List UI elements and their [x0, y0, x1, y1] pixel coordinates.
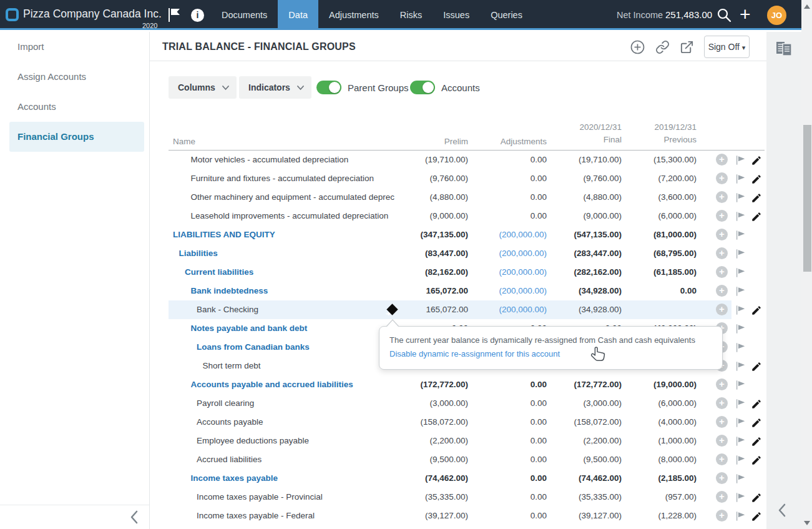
row-add-button[interactable]: +: [716, 416, 728, 428]
scroll-down-arrow-icon[interactable]: [804, 521, 810, 525]
row-flag-icon[interactable]: [735, 510, 746, 529]
documents-panel-icon[interactable]: [775, 39, 793, 61]
add-circle-icon[interactable]: [630, 40, 645, 57]
group-name[interactable]: Loans from Canadian banks: [169, 338, 310, 357]
sign-off-button[interactable]: Sign Off ▾: [704, 36, 750, 58]
search-icon[interactable]: [716, 7, 733, 26]
group-name[interactable]: Liabilities: [169, 244, 218, 263]
row-add-button[interactable]: +: [716, 491, 728, 503]
table-row[interactable]: Current liabilities(82,162.00)(200,000.0…: [169, 263, 765, 282]
account-name: Payroll clearing: [169, 394, 254, 413]
account-name: Accrued liabilities: [169, 450, 262, 469]
row-add-button[interactable]: +: [716, 510, 728, 522]
row-add-button[interactable]: +: [716, 172, 728, 184]
cell-previous: (61,185.00): [603, 263, 697, 282]
app-logo-icon[interactable]: [6, 8, 19, 21]
row-add-button[interactable]: +: [716, 397, 728, 409]
scrollbar-thumb[interactable]: [803, 125, 811, 272]
table-row[interactable]: Leasehold improvements - accumulated dep…: [169, 207, 765, 225]
row-add-button[interactable]: +: [716, 378, 728, 390]
indicators-dropdown-button[interactable]: Indicators: [239, 76, 311, 99]
parent-groups-toggle-label: Parent Groups: [348, 82, 409, 93]
chevron-down-icon: [222, 86, 229, 91]
column-header-previous[interactable]: 2019/12/31Previous: [603, 121, 697, 146]
sidebar-collapse-chevron-icon[interactable]: [128, 509, 142, 528]
nav-item-risks[interactable]: Risks: [389, 0, 433, 30]
nav-item-data[interactable]: Data: [278, 0, 318, 30]
row-add-button[interactable]: +: [716, 154, 728, 166]
cell-previous: (81,000.00): [603, 225, 697, 244]
table-row[interactable]: Accounts payable and accrued liabilities…: [169, 375, 765, 394]
tooltip-arrow: [387, 320, 398, 327]
column-header-name[interactable]: Name: [173, 137, 195, 146]
disable-dynamic-reassignment-link[interactable]: Disable dynamic re-assignment for this a…: [389, 348, 712, 360]
cell-previous: (4,000.00): [603, 413, 697, 432]
sidebar-item-import[interactable]: Import: [9, 32, 144, 62]
add-icon[interactable]: +: [740, 2, 751, 26]
parent-groups-toggle[interactable]: [316, 81, 341, 94]
app-window: Pizza Company Canada Inc. 2020 i Documen…: [0, 0, 812, 529]
group-name[interactable]: Notes payable and bank debt: [169, 319, 307, 338]
vertical-scrollbar[interactable]: [801, 0, 812, 529]
row-add-button[interactable]: +: [716, 191, 728, 203]
row-add-button[interactable]: +: [716, 229, 728, 240]
accounts-toggle-label: Accounts: [441, 82, 480, 93]
sidebar-item-accounts[interactable]: Accounts: [9, 92, 144, 122]
row-add-button[interactable]: +: [716, 453, 728, 465]
table-row[interactable]: Payroll clearing(3,000.00)0.00(3,000.00)…: [169, 394, 765, 413]
cell-previous: (3,600.00): [603, 188, 697, 207]
columns-dropdown-button[interactable]: Columns: [169, 76, 237, 99]
nav-item-issues[interactable]: Issues: [433, 0, 480, 30]
table-row[interactable]: Furniture and fixtures - accumulated dep…: [169, 169, 765, 188]
group-name[interactable]: LIABILITIES AND EQUITY: [169, 225, 275, 244]
table-row[interactable]: Income taxes payable(74,462.00)0.00(74,4…: [169, 469, 765, 488]
group-name[interactable]: Current liabilities: [169, 263, 253, 282]
avatar[interactable]: JO: [767, 6, 786, 25]
row-add-button[interactable]: +: [716, 472, 728, 484]
row-add-button[interactable]: +: [716, 435, 728, 447]
table-row[interactable]: Income taxes payable - Provincial(35,335…: [169, 488, 765, 507]
group-name[interactable]: Accounts payable and accrued liabilities: [169, 375, 353, 394]
accounts-toggle[interactable]: [410, 81, 435, 94]
row-edit-pencil-icon[interactable]: [751, 510, 762, 529]
top-navbar: Pizza Company Canada Inc. 2020 i Documen…: [0, 0, 801, 30]
nav-menu: DocumentsDataAdjustmentsRisksIssuesQueri…: [211, 0, 533, 30]
cell-previous: (1,228.00): [603, 507, 697, 525]
cell-previous: (1,000.00): [603, 432, 697, 450]
table-row[interactable]: Liabilities(83,447.00)(200,000.00)(283,4…: [169, 244, 765, 263]
table-row[interactable]: Bank indebtedness165,072.00(200,000.00)(…: [169, 282, 765, 300]
sidebar-item-assign-accounts[interactable]: Assign Accounts: [9, 62, 144, 92]
group-name[interactable]: Income taxes payable: [169, 469, 278, 488]
group-name[interactable]: Bank indebtedness: [169, 282, 268, 300]
table-row[interactable]: Other machinery and equipment - accumula…: [169, 188, 765, 207]
table-row[interactable]: Bank - Checking➜165,072.00(200,000.00)(3…: [169, 300, 765, 319]
nav-item-adjustments[interactable]: Adjustments: [318, 0, 389, 30]
row-add-button[interactable]: +: [716, 210, 728, 222]
cell-previous: (7,200.00): [603, 169, 697, 188]
table-row[interactable]: Motor vehicles - accumulated depreciatio…: [169, 151, 765, 169]
table-row[interactable]: LIABILITIES AND EQUITY(347,135.00)(200,0…: [169, 225, 765, 244]
caret-down-icon: ▾: [742, 44, 746, 51]
row-add-button[interactable]: +: [716, 285, 728, 297]
cell-previous: (15,300.00): [603, 151, 697, 169]
nav-item-documents[interactable]: Documents: [211, 0, 278, 30]
link-icon[interactable]: [655, 40, 670, 57]
panel-collapse-chevron-icon[interactable]: [776, 502, 790, 521]
table-row[interactable]: Employee deductions payable(2,200.00)0.0…: [169, 432, 765, 450]
mouse-cursor-hand-icon: [589, 345, 608, 368]
row-add-button[interactable]: +: [716, 304, 728, 315]
sidebar-item-financial-groups[interactable]: Financial Groups: [9, 122, 144, 152]
chevron-down-icon: [297, 86, 304, 91]
flag-icon[interactable]: [167, 7, 182, 25]
table-row[interactable]: Accounts payable(158,072.00)0.00(158,072…: [169, 413, 765, 432]
nav-item-queries[interactable]: Queries: [480, 0, 533, 30]
company-name[interactable]: Pizza Company Canada Inc.: [23, 7, 162, 21]
info-icon[interactable]: i: [191, 9, 204, 22]
row-add-button[interactable]: +: [716, 247, 728, 259]
row-add-button[interactable]: +: [716, 266, 728, 278]
cell-previous: (8,000.00): [603, 450, 697, 469]
external-link-icon[interactable]: [680, 40, 694, 57]
table-row[interactable]: Income taxes payable - Federal(39,127.00…: [169, 507, 765, 525]
scroll-up-arrow-icon[interactable]: [804, 4, 810, 9]
table-row[interactable]: Accrued liabilities(9,500.00)0.00(9,500.…: [169, 450, 765, 469]
